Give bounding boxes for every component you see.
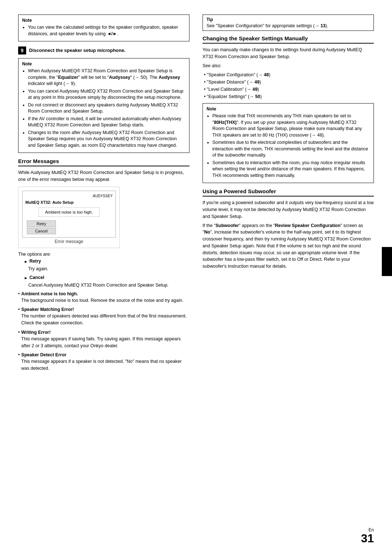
tip-text: See "Speaker Configuration" for appropri… [207, 23, 370, 28]
see-also-1: • "Speaker Configuration" (→ 48) [204, 71, 374, 78]
cancel-arrow-icon: ► [24, 275, 28, 281]
page-number: 31 [361, 532, 374, 544]
error-caption: Error message [22, 239, 116, 244]
changing-note-box: Note Please note that THX recommends any… [203, 103, 374, 183]
step-9-text: Disconnect the speaker setup microphone. [29, 46, 126, 54]
error-ambient-name: Ambient noise is too high. [21, 291, 78, 296]
error-type-bullet: • Ambient noise is too high. The backgro… [18, 291, 189, 304]
see-also-label: See also: [203, 62, 374, 69]
error-writing-name: Writing Error! [21, 330, 51, 335]
changing-note-list: Please note that THX recommends any THX … [207, 113, 370, 179]
page-footer: En 31 [361, 527, 374, 544]
error-buttons-group: Retry Cancel [25, 220, 113, 234]
tip-box: Tip See "Speaker Configuration" for appr… [203, 15, 374, 31]
bullet-icon-2: • [18, 307, 20, 312]
option-cancel-desc: Cancel Audyssey MultEQ XT32 Room Correct… [28, 282, 189, 289]
error-dialog-title: MultEQ XT32: Auto Setup [25, 200, 113, 204]
bullet-icon-4: • [18, 352, 20, 357]
step-9-row: 9 Disconnect the speaker setup microphon… [18, 46, 189, 54]
error-type-writing-row: • Writing Error! This message appears if… [18, 329, 189, 349]
audyssey-logo: AUDYSSEY [25, 194, 113, 198]
error-type-detect: • Speaker Detect Error This message appe… [18, 352, 189, 372]
error-matching-name: Speaker Matching Error! [21, 307, 74, 312]
subwoofer-heading: Using a Powered Subwoofer [203, 188, 374, 197]
see-also-list: • "Speaker Configuration" (→ 48) • "Spea… [203, 71, 374, 100]
error-matching-desc: The number of speakers detected was diff… [21, 313, 189, 327]
error-type-matching-row: • Speaker Matching Error! The number of … [18, 307, 189, 327]
top-note-list: You can view the calculated settings for… [22, 24, 185, 37]
side-tab [382, 247, 392, 276]
option-cancel: ► Cancel Cancel Audyssey MultEQ XT32 Roo… [24, 275, 189, 289]
error-type-detect-row: • Speaker Detect Error This message appe… [18, 352, 189, 372]
bottom-note-list: When Audyssey MultEQ® XT32 Room Correcti… [22, 68, 185, 149]
note-item-1: When Audyssey MultEQ® XT32 Room Correcti… [28, 68, 185, 87]
error-detect-name: Speaker Detect Error [21, 352, 66, 357]
see-also-3: • "Level Calibration" (→ 49) [204, 86, 374, 93]
error-dialog-container: AUDYSSEY MultEQ XT32: Auto Setup Ambient… [18, 187, 120, 248]
changing-note-3: Sometimes due to interaction with the ro… [212, 160, 370, 179]
changing-note-title: Note [207, 106, 370, 112]
error-dialog-message: Ambient noise is too high. [38, 207, 99, 217]
top-note-box: Note You can view the calculated setting… [18, 15, 189, 41]
error-type-writing: • Writing Error! This message appears if… [18, 329, 189, 349]
changing-note-2: Sometimes due to the electrical complexi… [212, 139, 370, 159]
retry-button[interactable]: Retry [27, 220, 56, 227]
step-9-number: 9 [18, 46, 26, 54]
note-item-2: You can cancel Audyssey MultEQ XT32 Room… [28, 88, 185, 101]
bullet-icon-3: • [18, 329, 20, 335]
note-item-5: Changes to the room after Audyssey MultE… [28, 130, 185, 149]
options-label: The options are: [18, 252, 189, 257]
note-title: Note [22, 18, 185, 23]
cancel-button[interactable]: Cancel [27, 228, 56, 234]
bottom-note-box: Note When Audyssey MultEQ® XT32 Room Cor… [18, 58, 189, 153]
option-cancel-name: Cancel [29, 275, 44, 281]
bullet-icon: • [18, 291, 20, 296]
subwoofer-para-2: If the "Subwoofer" appears on the "Revie… [203, 222, 374, 270]
option-cancel-row: ► Cancel [24, 275, 189, 281]
error-writing-desc: This message appears if saving fails. Tr… [21, 336, 189, 349]
error-ambient-desc: The background noise is too loud. Remove… [21, 297, 184, 304]
option-retry-desc: Try again. [28, 266, 189, 272]
left-column: Note You can view the calculated setting… [18, 15, 189, 533]
see-also-2: • "Speaker Distance" (→ 49) [204, 78, 374, 86]
note-item-4: If the AV controller is muted, it will b… [28, 116, 185, 129]
error-detect-desc: This message appears if a speaker is not… [21, 358, 189, 372]
error-messages-heading: Error Messages [18, 158, 189, 166]
error-intro: While Audyssey MultEQ XT32 Room Correcti… [18, 169, 189, 183]
error-type-ambient: • Ambient noise is too high. The backgro… [18, 291, 189, 304]
option-retry: ► Retry Try again. [24, 258, 189, 272]
page: Note You can view the calculated setting… [0, 0, 392, 555]
changing-intro: You can manually make changes to the set… [203, 46, 374, 60]
bottom-note-title: Note [22, 61, 185, 66]
right-column: Tip See "Speaker Configuration" for appr… [203, 15, 374, 533]
tip-title: Tip [207, 17, 370, 22]
retry-arrow-icon: ► [24, 258, 28, 265]
top-note-item-1: You can view the calculated settings for… [28, 24, 185, 37]
see-also-4: • "Equalizer Settings" (→ 50) [204, 93, 374, 100]
option-retry-row: ► Retry [24, 258, 189, 265]
two-column-layout: Note You can view the calculated setting… [18, 15, 374, 533]
error-dialog-inner: AUDYSSEY MultEQ XT32: Auto Setup Ambient… [22, 191, 116, 238]
error-type-matching: • Speaker Matching Error! The number of … [18, 307, 189, 327]
option-retry-name: Retry [29, 258, 41, 265]
note-item-3: Do not connect or disconnect any speaker… [28, 102, 185, 115]
changing-speaker-heading: Changing the Speaker Settings Manually [203, 35, 374, 44]
subwoofer-para-1: If you're using a powered subwoofer and … [203, 199, 374, 220]
changing-note-1: Please note that THX recommends any THX … [212, 113, 370, 138]
